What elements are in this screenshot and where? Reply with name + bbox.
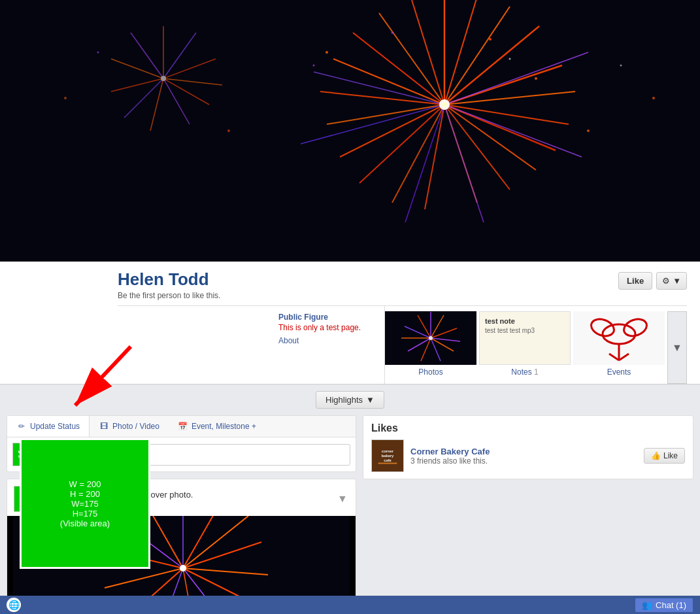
events-thumbnail [573, 311, 665, 365]
media-item-notes[interactable]: test note test test test mp3 Notes 1 [479, 311, 571, 377]
svg-point-89 [180, 565, 186, 571]
likes-item-like-button[interactable]: 👍 Like [644, 448, 685, 464]
svg-point-48 [227, 129, 230, 132]
media-tabs-section: Public Figure This is only a test page. … [118, 305, 687, 384]
page-info-left: Public Figure This is only a test page. … [268, 306, 385, 384]
chat-label: Chat (1) [656, 600, 686, 610]
svg-point-50 [620, 65, 622, 67]
events-label: Events [607, 367, 631, 377]
like-button[interactable]: Like [618, 272, 652, 290]
profile-picture: W = 200 H = 200 W=175 H=175 (Visible are… [22, 440, 148, 567]
likes-item-info: Corner Bakery Cafe 3 friends also like t… [410, 447, 490, 466]
highlights-arrow-icon: ▼ [366, 395, 375, 405]
likes-item-logo: corner bakery cafe [371, 439, 404, 472]
note-title: test note [485, 317, 565, 325]
likes-item: corner bakery cafe Corner Bakery Cafe 3 … [371, 439, 685, 472]
profile-be-first: Be the first person to like this. [118, 291, 220, 300]
svg-point-42 [325, 51, 328, 54]
svg-point-44 [489, 38, 492, 41]
media-expand-button[interactable]: ▼ [667, 311, 687, 384]
svg-point-53 [64, 97, 67, 99]
svg-point-52 [97, 52, 99, 54]
svg-point-41 [161, 76, 166, 81]
media-strip: Photos test note test test test mp3 Note… [385, 306, 687, 384]
page-description: This is only a test page. [278, 323, 374, 332]
profile-name-area: Helen Todd Be the first person to like t… [118, 269, 220, 300]
pic-visible-label: (Visible area) [60, 519, 110, 528]
likes-title: Likes [371, 422, 685, 434]
svg-text:cafe: cafe [384, 458, 392, 462]
pic-big-h: H=175 [73, 509, 98, 519]
profile-actions: Like ⚙ ▼ [618, 272, 687, 290]
note-content: test test test mp3 [485, 327, 565, 334]
tab-status[interactable]: ✏ Update Status [7, 416, 90, 437]
profile-picture-container: W = 200 H = 200 W=175 H=175 (Visible are… [20, 438, 150, 569]
photo-tab-label: Photo / Video [112, 422, 159, 431]
pic-w-label: W = 200 [69, 479, 101, 489]
post-box-tabs: ✏ Update Status 🎞 Photo / Video 📅 Event,… [7, 416, 356, 437]
svg-text:bakery: bakery [382, 454, 394, 458]
pencil-icon: ✏ [16, 421, 27, 432]
likes-item-name[interactable]: Corner Bakery Cafe [410, 447, 490, 456]
gear-icon: ⚙ [662, 276, 670, 286]
chevron-down-icon: ▼ [672, 342, 682, 354]
pic-big-w: W=175 [71, 499, 99, 509]
notes-count: 1 [534, 367, 539, 377]
highlights-bar: Highlights ▼ [0, 391, 700, 409]
svg-point-45 [509, 58, 511, 60]
globe-icon[interactable]: 🌐 [7, 598, 21, 612]
fireworks-svg [0, 0, 700, 262]
photos-thumbnail [385, 311, 476, 365]
post-expand-button[interactable]: ▼ [336, 492, 349, 505]
cover-photo [0, 0, 700, 262]
profile-section: W = 200 H = 200 W=175 H=175 (Visible are… [0, 262, 700, 384]
tab-photo-video[interactable]: 🎞 Photo / Video [90, 416, 169, 437]
chat-button[interactable]: 👥 Chat (1) [635, 598, 693, 613]
right-column: Likes corner bakery cafe Corner Bakery C… [363, 415, 693, 614]
dropdown-arrow-icon: ▼ [673, 276, 681, 286]
svg-point-66 [429, 336, 433, 340]
gear-settings-button[interactable]: ⚙ ▼ [656, 272, 687, 290]
thumbs-up-small-icon: 👍 [651, 451, 661, 460]
svg-point-46 [535, 77, 537, 80]
page-type-label: Public Figure [278, 313, 374, 322]
likes-box: Likes corner bakery cafe Corner Bakery C… [363, 415, 693, 479]
about-link[interactable]: About [278, 336, 374, 345]
photos-label: Photos [418, 367, 442, 377]
pic-h-label: H = 200 [70, 489, 100, 499]
svg-point-49 [587, 129, 590, 132]
event-tab-label: Event, Milestone + [192, 422, 256, 431]
profile-name: Helen Todd [118, 269, 220, 290]
cover-photo-section: W = 200 H = 200 W=175 H=175 (Visible are… [0, 0, 700, 384]
svg-text:corner: corner [382, 449, 394, 453]
media-item-events[interactable]: Events [573, 311, 665, 377]
likes-item-friends: 3 friends also like this. [410, 456, 490, 466]
photo-icon: 🎞 [99, 421, 109, 432]
notes-thumbnail: test note test test test mp3 [479, 311, 571, 365]
chat-people-icon: 👥 [642, 600, 652, 610]
highlights-button[interactable]: Highlights ▼ [316, 391, 384, 409]
calendar-icon: 📅 [178, 421, 188, 432]
tab-event-milestone[interactable]: 📅 Event, Milestone + [169, 416, 265, 437]
bottom-bar: 🌐 👥 Chat (1) [0, 596, 700, 614]
svg-point-43 [313, 65, 315, 67]
svg-point-47 [392, 32, 393, 34]
svg-point-29 [442, 102, 447, 107]
media-item-photos[interactable]: Photos [385, 311, 476, 377]
profile-info-row: Helen Todd Be the first person to like t… [118, 262, 687, 305]
status-tab-label: Update Status [30, 422, 80, 431]
bottom-bar-left: 🌐 [7, 598, 21, 612]
highlights-label: Highlights [325, 395, 363, 405]
notes-label: Notes 1 [511, 367, 538, 377]
svg-point-51 [652, 97, 655, 99]
svg-rect-94 [378, 463, 397, 464]
